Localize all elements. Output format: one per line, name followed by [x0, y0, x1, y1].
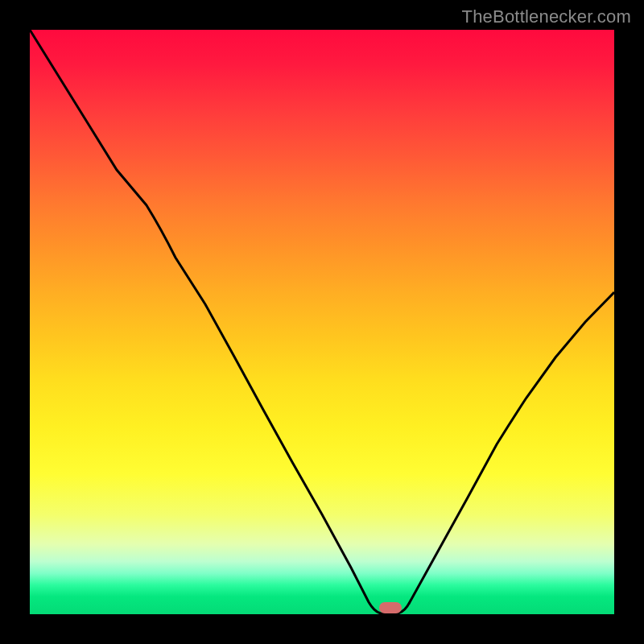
curve-path — [30, 30, 614, 613]
watermark-text: TheBottlenecker.com — [462, 6, 631, 27]
bottleneck-chart: TheBottlenecker.com — [0, 0, 644, 644]
bottleneck-curve — [30, 30, 614, 614]
plot-area — [30, 30, 614, 614]
optimal-point-marker — [379, 602, 402, 613]
